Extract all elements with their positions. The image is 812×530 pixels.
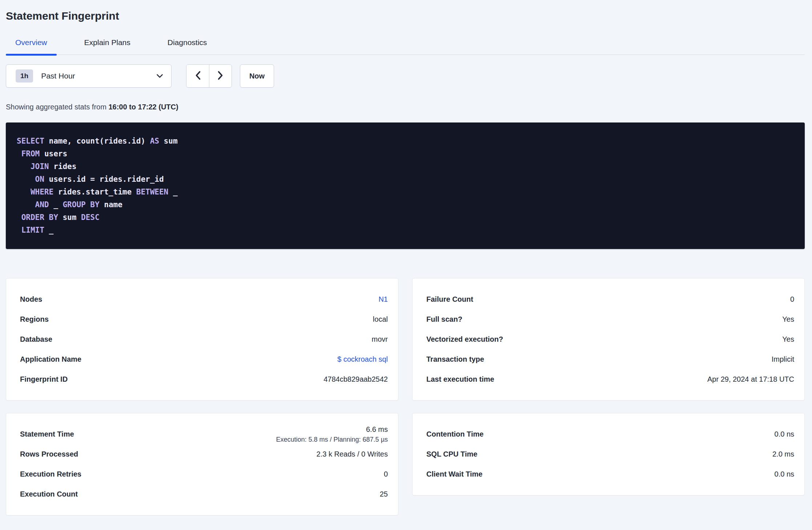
stat-row: Execution Count25 bbox=[20, 484, 388, 504]
sql-keyword: ON bbox=[35, 175, 44, 184]
sql-keyword: SELECT bbox=[17, 137, 44, 145]
statement-fingerprint-page: Statement Fingerprint Overview Explain P… bbox=[0, 0, 812, 520]
time-range-select[interactable]: 1h Past Hour bbox=[6, 64, 172, 88]
stat-label: Statement Time bbox=[20, 430, 74, 438]
stat-label: Full scan? bbox=[426, 315, 462, 324]
stat-value: 0 bbox=[384, 470, 388, 478]
stat-row: Transaction typeImplicit bbox=[426, 349, 794, 369]
tab-overview[interactable]: Overview bbox=[6, 38, 57, 55]
stat-value-wrap: 2.0 ms bbox=[772, 450, 794, 458]
sql-text: users.id = rides.rider_id bbox=[44, 175, 164, 184]
wait-times-card: Contention Time0.0 nsSQL CPU Time2.0 msC… bbox=[412, 413, 805, 495]
sql-keyword: WHERE bbox=[31, 188, 53, 196]
sql-text bbox=[17, 149, 21, 158]
stats-line-range: 16:00 to 17:22 (UTC) bbox=[108, 103, 178, 111]
sql-text: _ bbox=[49, 200, 63, 209]
stat-row: Rows Processed2.3 k Reads / 0 Writes bbox=[20, 444, 388, 464]
stat-label: Vectorized execution? bbox=[426, 335, 503, 344]
stat-value-wrap: Apr 29, 2024 at 17:18 UTC bbox=[707, 375, 794, 384]
stat-label: Execution Retries bbox=[20, 470, 81, 478]
time-nav-group bbox=[186, 64, 232, 88]
stat-label: Contention Time bbox=[426, 430, 483, 438]
sql-keyword: FROM bbox=[21, 149, 40, 158]
now-button[interactable]: Now bbox=[240, 64, 274, 88]
tab-explain-plans[interactable]: Explain Plans bbox=[75, 38, 140, 55]
stat-value: 25 bbox=[380, 490, 388, 498]
sql-text bbox=[17, 175, 35, 184]
stat-value: 6.6 ms bbox=[366, 425, 388, 433]
sql-line: FROM users bbox=[17, 148, 794, 160]
stat-value-wrap: $ cockroach sql bbox=[337, 355, 388, 364]
next-time-button[interactable] bbox=[209, 65, 232, 87]
sql-line: SELECT name, count(rides.id) AS sum bbox=[17, 135, 794, 148]
stat-value: Yes bbox=[782, 315, 794, 323]
sql-keyword: DESC bbox=[81, 213, 100, 222]
stat-value-wrap: 2.3 k Reads / 0 Writes bbox=[317, 450, 388, 458]
stat-label: Database bbox=[20, 335, 52, 344]
stat-value-wrap: 25 bbox=[380, 490, 388, 498]
tab-diagnostics[interactable]: Diagnostics bbox=[158, 38, 217, 55]
page-title: Statement Fingerprint bbox=[6, 9, 805, 23]
stat-value-link[interactable]: N1 bbox=[378, 295, 388, 303]
statement-details-card: NodesN1RegionslocalDatabasemovrApplicati… bbox=[6, 278, 398, 401]
sql-text: users bbox=[40, 149, 67, 158]
stat-value: Yes bbox=[782, 335, 794, 343]
chevron-left-icon bbox=[195, 71, 201, 81]
sql-text: name bbox=[100, 200, 122, 209]
stat-label: Regions bbox=[20, 315, 49, 324]
aggregated-stats-line: Showing aggregated stats from 16:00 to 1… bbox=[6, 102, 805, 112]
sql-line: AND _ GROUP BY name bbox=[17, 198, 794, 211]
sql-text: name, count(rides.id) bbox=[44, 137, 150, 145]
chevron-right-icon bbox=[217, 71, 224, 81]
chevron-down-icon bbox=[156, 74, 163, 78]
sql-keyword: AND bbox=[35, 200, 49, 209]
stat-value: movr bbox=[372, 335, 388, 343]
sql-text: _ bbox=[44, 226, 53, 234]
stat-row: Client Wait Time0.0 ns bbox=[426, 464, 794, 484]
statement-times-card: Statement Time6.6 msExecution: 5.8 ms / … bbox=[6, 413, 398, 515]
stat-value-wrap: 6.6 msExecution: 5.8 ms / Planning: 687.… bbox=[276, 425, 388, 443]
stat-value: 0.0 ns bbox=[775, 470, 794, 478]
sql-line: ORDER BY sum DESC bbox=[17, 211, 794, 224]
sql-text: sum bbox=[159, 137, 178, 145]
stat-value-link[interactable]: $ cockroach sql bbox=[337, 355, 388, 363]
stat-value: Apr 29, 2024 at 17:18 UTC bbox=[707, 375, 794, 383]
stat-row: Vectorized execution?Yes bbox=[426, 329, 794, 349]
sql-text: sum bbox=[58, 213, 81, 222]
stat-value: 4784cb829aab2542 bbox=[323, 375, 388, 383]
sql-line: JOIN rides bbox=[17, 160, 794, 173]
stat-label: Transaction type bbox=[426, 355, 484, 364]
sql-text bbox=[17, 213, 21, 222]
stat-label: Application Name bbox=[20, 355, 81, 364]
time-range-badge: 1h bbox=[16, 69, 33, 83]
stat-value: 2.3 k Reads / 0 Writes bbox=[317, 450, 388, 458]
sql-keyword: ORDER BY bbox=[21, 213, 58, 222]
sql-text: rides bbox=[49, 162, 77, 171]
sql-text: rides.start_time bbox=[53, 188, 136, 196]
stat-label: Nodes bbox=[20, 295, 42, 304]
stat-value-wrap: N1 bbox=[378, 295, 388, 304]
stat-label: Failure Count bbox=[426, 295, 473, 304]
stat-value-wrap: Yes bbox=[782, 315, 794, 324]
stat-value: 0 bbox=[790, 295, 794, 303]
tab-bar: Overview Explain Plans Diagnostics bbox=[6, 38, 805, 55]
stat-row: SQL CPU Time2.0 ms bbox=[426, 444, 794, 464]
sql-keyword: LIMIT bbox=[21, 226, 44, 234]
sql-text bbox=[17, 200, 35, 209]
sql-text bbox=[17, 188, 31, 196]
stat-row: Failure Count0 bbox=[426, 289, 794, 309]
stat-row: Fingerprint ID4784cb829aab2542 bbox=[20, 369, 388, 389]
stat-row: Application Name$ cockroach sql bbox=[20, 349, 388, 369]
stat-row: Contention Time0.0 ns bbox=[426, 424, 794, 444]
sql-text bbox=[17, 162, 31, 171]
sql-statement-box: SELECT name, count(rides.id) AS sum FROM… bbox=[6, 123, 805, 249]
stat-value: Implicit bbox=[772, 355, 794, 363]
prev-time-button[interactable] bbox=[186, 65, 209, 87]
stat-value-wrap: 0.0 ns bbox=[775, 470, 794, 478]
stat-value-wrap: local bbox=[373, 315, 388, 324]
stat-value-wrap: 0 bbox=[384, 470, 388, 478]
stat-label: Last execution time bbox=[426, 375, 494, 384]
sql-line: ON users.id = rides.rider_id bbox=[17, 173, 794, 186]
stat-row: Last execution timeApr 29, 2024 at 17:18… bbox=[426, 369, 794, 389]
sql-code: SELECT name, count(rides.id) AS sum FROM… bbox=[17, 135, 794, 237]
